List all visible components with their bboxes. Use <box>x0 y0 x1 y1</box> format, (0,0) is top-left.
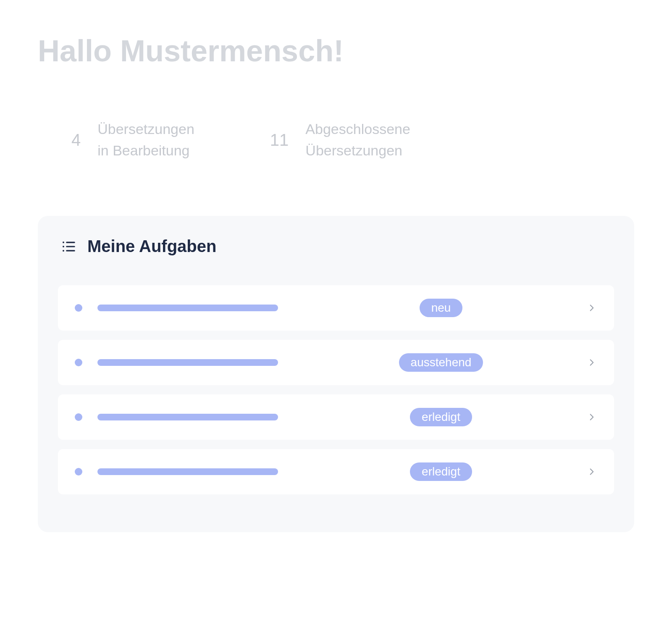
svg-point-2 <box>63 246 64 247</box>
task-title-placeholder <box>97 468 278 475</box>
task-title-placeholder <box>97 414 278 420</box>
task-row[interactable]: erledigt <box>58 449 614 494</box>
task-list: neu ausstehend erledigt <box>58 285 614 494</box>
task-bullet-icon <box>75 413 82 421</box>
task-title-placeholder <box>97 359 278 366</box>
chevron-right-icon <box>586 412 597 423</box>
svg-point-0 <box>63 242 64 243</box>
task-status-badge: ausstehend <box>399 353 483 372</box>
stat-completed-label: Abgeschlossene Übersetzungen <box>305 118 410 161</box>
tasks-panel: Meine Aufgaben neu ausstehend <box>38 216 634 532</box>
stat-in-progress: 4 Übersetzungen in Bearbeitung <box>71 118 194 161</box>
task-status-badge: neu <box>420 299 463 317</box>
svg-point-4 <box>63 250 64 251</box>
stat-completed: 11 Abgeschlossene Übersetzungen <box>270 118 410 161</box>
chevron-right-icon <box>586 357 597 368</box>
task-status-wrap: ausstehend <box>395 353 487 372</box>
task-row[interactable]: erledigt <box>58 394 614 440</box>
greeting-heading: Hallo Mustermensch! <box>38 34 634 68</box>
stat-in-progress-label-line1: Übersetzungen <box>97 118 194 140</box>
list-icon <box>61 239 76 254</box>
chevron-right-icon <box>586 466 597 477</box>
task-status-badge: erledigt <box>410 408 472 426</box>
task-bullet-icon <box>75 359 82 366</box>
task-bullet-icon <box>75 468 82 475</box>
stat-completed-value: 11 <box>270 131 289 150</box>
task-row[interactable]: neu <box>58 285 614 331</box>
stats-row: 4 Übersetzungen in Bearbeitung 11 Abgesc… <box>38 118 634 161</box>
task-status-wrap: erledigt <box>395 408 487 426</box>
stat-in-progress-label-line2: in Bearbeitung <box>97 140 194 161</box>
chevron-right-icon <box>586 302 597 313</box>
task-bullet-icon <box>75 304 82 312</box>
tasks-header: Meine Aufgaben <box>58 237 614 256</box>
stat-in-progress-label: Übersetzungen in Bearbeitung <box>97 118 194 161</box>
stat-in-progress-value: 4 <box>71 131 81 150</box>
task-title-placeholder <box>97 305 278 311</box>
stat-completed-label-line1: Abgeschlossene <box>305 118 410 140</box>
stat-completed-label-line2: Übersetzungen <box>305 140 410 161</box>
task-status-badge: erledigt <box>410 462 472 481</box>
tasks-title: Meine Aufgaben <box>87 237 216 256</box>
task-row[interactable]: ausstehend <box>58 340 614 385</box>
task-status-wrap: neu <box>395 299 487 317</box>
task-status-wrap: erledigt <box>395 462 487 481</box>
